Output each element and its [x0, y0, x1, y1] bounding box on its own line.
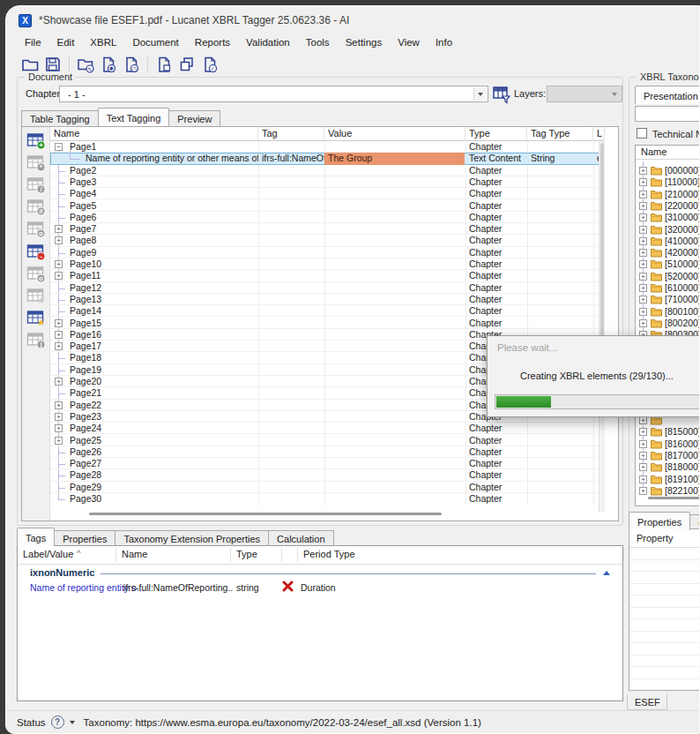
tagstab-calculation[interactable]: Calculation [268, 530, 333, 546]
tree-row-page27[interactable]: Page27Chapter [50, 458, 605, 469]
menu-validation[interactable]: Validation [238, 34, 298, 52]
taxtab-presentation[interactable]: Presentation [635, 86, 700, 104]
taxonomy-item[interactable]: +[822100] N [636, 485, 700, 497]
tree-row-page30[interactable]: Page30Chapter [50, 493, 605, 505]
tags-column-header-name[interactable]: Name [116, 548, 231, 562]
taxonomy-search-input[interactable] [635, 106, 700, 122]
property-column-header[interactable]: Property [637, 533, 674, 543]
tagstab-taxonomy-extension-properties[interactable]: Taxonomy Extension Properties [115, 530, 269, 546]
column-header-tag[interactable]: Tag [258, 127, 324, 141]
taxonomy-item[interactable]: +[110000] G [636, 176, 700, 188]
menu-settings[interactable]: Settings [338, 34, 391, 52]
tree-row-page5[interactable]: Page5Chapter [50, 200, 605, 212]
column-header-l[interactable]: L [593, 127, 605, 141]
taxonomy-item[interactable]: +[819100] N [636, 474, 700, 485]
tree-row-tagged-item[interactable]: Name of reporting entity or other means … [50, 153, 605, 164]
expand-icon[interactable]: + [639, 487, 647, 495]
favorite-table-icon[interactable]: ★ [26, 310, 48, 329]
chapter-dropdown-arrow[interactable] [473, 87, 487, 101]
tab-table-tagging[interactable]: Table Tagging [21, 110, 99, 126]
tree-row-page10[interactable]: +Page10Chapter [50, 258, 605, 270]
taxonomy-item[interactable]: +[000000] Ta [636, 165, 700, 176]
taxonomy-item[interactable]: +[210000] St [636, 189, 700, 200]
collapse-group-icon[interactable] [603, 571, 610, 575]
table-filter-icon[interactable] [492, 85, 511, 104]
column-header-value[interactable]: Value [324, 127, 465, 141]
tree-row-page11[interactable]: +Page11Chapter [50, 270, 605, 281]
tags-column-header-blank[interactable] [282, 548, 298, 562]
taxonomy-item[interactable]: +[817000] N [636, 450, 700, 461]
taxonomy-item[interactable]: +[220000] St [636, 200, 700, 212]
tree-row-page25[interactable]: +Page25Chapter [50, 435, 605, 446]
document-save-icon[interactable] [154, 55, 174, 74]
taxonomy-item[interactable]: +[420000] St [636, 247, 700, 258]
taxonomy-item[interactable]: +[410000] St [636, 236, 700, 247]
document-settings-icon[interactable]: ✱ [99, 55, 118, 74]
tree-row-page13[interactable]: Page13Chapter [50, 294, 605, 305]
column-header-type[interactable]: Type [465, 127, 527, 141]
menu-reports[interactable]: Reports [187, 34, 238, 52]
proptab-properties[interactable]: Properties [629, 512, 690, 530]
taxonomy-item[interactable]: +[815000] N [636, 426, 700, 438]
tags-column-header-type[interactable]: Type [231, 548, 282, 562]
tab-text-tagging[interactable]: Text Tagging [98, 108, 170, 126]
taxonomy-item[interactable]: +[310000] St [636, 212, 700, 223]
menu-edit[interactable]: Edit [49, 34, 83, 52]
taxonomy-item[interactable]: +[818000] N [636, 461, 700, 473]
expand-icon[interactable]: + [55, 236, 63, 244]
taxonomy-hscrollbar-thumb[interactable] [648, 497, 700, 499]
tree-row-page6[interactable]: Page6Chapter [50, 212, 605, 223]
tags-column-header-label-value[interactable]: Label/Value^ [18, 548, 116, 562]
tagstab-properties[interactable]: Properties [54, 530, 115, 546]
horizontal-scrollbar-thumb[interactable] [89, 513, 442, 515]
tree-row-page12[interactable]: Page12Chapter [50, 282, 605, 294]
tags-data-row[interactable]: Name of reporting entity o... ifrs-full:… [18, 581, 622, 595]
status-dropdown-caret[interactable] [70, 721, 75, 724]
chapter-select[interactable]: - 1 - [59, 86, 488, 102]
tree-row-page2[interactable]: Page2Chapter [50, 165, 605, 176]
vertical-scrollbar[interactable] [599, 141, 605, 512]
copy-document-icon[interactable] [177, 55, 197, 74]
tree-row-page28[interactable]: Page28Chapter [50, 469, 605, 481]
expand-icon[interactable]: + [55, 225, 63, 233]
expand-icon[interactable]: + [55, 331, 63, 339]
tab-preview[interactable]: Preview [168, 110, 220, 126]
tree-row-page8[interactable]: +Page8Chapter [50, 235, 605, 246]
expand-icon[interactable]: + [55, 424, 63, 432]
taxonomy-item[interactable]: +[710000] St [636, 294, 700, 305]
taxonomy-item[interactable]: +[800200] A [636, 318, 700, 329]
taxonomy-item[interactable]: +[800100] S [636, 306, 700, 318]
help-icon[interactable]: ? [51, 715, 64, 729]
tree-row-page24[interactable]: +Page24Chapter [50, 423, 605, 434]
expand-icon[interactable]: + [55, 401, 63, 409]
taxonomy-item[interactable]: +[610000] St [636, 282, 700, 294]
tree-row-page26[interactable]: Page26Chapter [50, 446, 605, 458]
column-header-tag-type[interactable]: Tag Type [527, 127, 593, 141]
taxonomy-item[interactable]: +[320000] St [636, 224, 700, 236]
menu-view[interactable]: View [390, 34, 428, 52]
tree-row-page7[interactable]: +Page7Chapter [50, 223, 605, 235]
tree-row-page1[interactable]: −Page1Chapter [50, 141, 605, 153]
tree-row-page29[interactable]: Page29Chapter [50, 482, 605, 493]
folder-edit-icon[interactable]: ✎ [76, 55, 95, 74]
menu-file[interactable]: File [17, 34, 49, 52]
collapse-icon[interactable]: − [55, 143, 63, 151]
tree-row-page3[interactable]: Page3Chapter [50, 176, 605, 188]
expand-icon[interactable]: + [55, 319, 63, 327]
tagstab-tags[interactable]: Tags [17, 528, 55, 546]
expand-icon[interactable]: + [55, 378, 63, 386]
expand-icon[interactable]: + [55, 260, 63, 268]
column-header-name[interactable]: Name [50, 127, 258, 141]
expand-icon[interactable]: + [55, 272, 63, 280]
remove-table-icon[interactable]: - [26, 243, 48, 262]
document-check-icon[interactable]: ✓ [200, 55, 220, 74]
tree-row-page14[interactable]: Page14Chapter [50, 305, 605, 317]
menu-tools[interactable]: Tools [298, 34, 338, 52]
taxonomy-tree-header[interactable]: Name [636, 146, 700, 160]
tags-column-header-period-type[interactable]: Period Type [298, 548, 624, 562]
menu-info[interactable]: Info [428, 34, 460, 52]
add-table-icon[interactable]: + [26, 131, 48, 151]
expand-icon[interactable]: + [55, 437, 63, 445]
expand-icon[interactable]: + [55, 413, 63, 421]
tree-row-page4[interactable]: Page4Chapter [50, 188, 605, 199]
